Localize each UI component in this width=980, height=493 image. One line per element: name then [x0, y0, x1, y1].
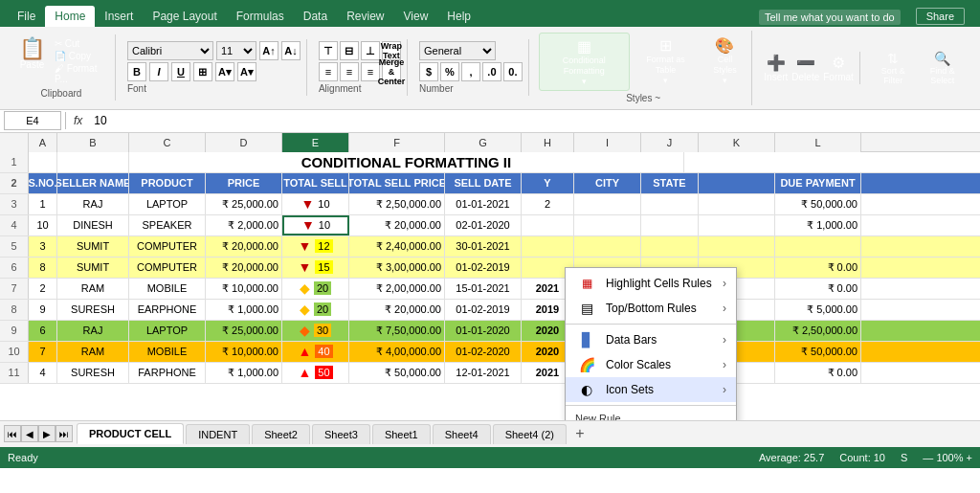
tab-help[interactable]: Help: [437, 6, 480, 27]
tab-view[interactable]: View: [394, 6, 438, 27]
col-header-h[interactable]: H: [522, 133, 574, 152]
tab-file[interactable]: File: [8, 6, 45, 27]
styles-group: ▦ Conditional Formatting ▾ ⊞ Format as T…: [535, 31, 752, 105]
conditional-formatting-button[interactable]: ▦ Conditional Formatting ▾: [539, 33, 630, 91]
zoom-controls[interactable]: — 100% +: [923, 452, 972, 463]
new-rule-item[interactable]: New Rule...: [566, 409, 736, 420]
sheet-tab-sheet4[interactable]: Sheet4: [433, 424, 491, 444]
add-sheet-button[interactable]: +: [568, 424, 591, 443]
merge-center-button[interactable]: Merge & Center: [382, 62, 401, 81]
separator2: [566, 405, 736, 406]
sheet-tab-sheet2[interactable]: Sheet2: [252, 424, 310, 444]
column-header-row: A B C D E F G H I J K L: [0, 133, 980, 152]
fx-label: fx: [70, 114, 86, 127]
font-size-select[interactable]: 11: [216, 41, 256, 60]
sheet-nav-buttons: ⏮ ◀ ▶ ⏭: [4, 425, 73, 442]
align-left-button[interactable]: ≡: [319, 62, 338, 81]
separator: [566, 324, 736, 325]
formula-input[interactable]: 10: [90, 111, 976, 130]
col-header-b[interactable]: B: [57, 133, 129, 152]
font-shrink-button[interactable]: A↓: [281, 41, 301, 60]
sheet-tab-indent[interactable]: INDENT: [186, 424, 250, 444]
underline-button[interactable]: U: [171, 62, 190, 81]
format-as-table-button[interactable]: ⊞ Format as Table ▾: [634, 33, 699, 91]
align-center-button[interactable]: ≡: [340, 62, 359, 81]
font-group: Calibri 11 A↑ A↓ B I U ⊞ A▾ A▾ Font: [122, 39, 307, 96]
editing-group: ⇅ Sort & Filter 🔍 Find & Select: [866, 49, 972, 87]
data-bars-item[interactable]: ▊ Data Bars ›: [566, 327, 736, 352]
sheet-tab-sheet4-2[interactable]: Sheet4 (2): [493, 424, 567, 444]
percent-button[interactable]: %: [440, 62, 459, 81]
col-header-c[interactable]: C: [129, 133, 206, 152]
data-bars-icon: ▊: [575, 332, 598, 347]
col-header-k[interactable]: K: [699, 133, 775, 152]
cut-button[interactable]: ✂ Cut: [55, 38, 107, 49]
currency-button[interactable]: $: [419, 62, 438, 81]
italic-button[interactable]: I: [149, 62, 168, 81]
col-header-l[interactable]: L: [775, 133, 861, 152]
font-grow-button[interactable]: A↑: [259, 41, 278, 60]
sort-filter-button[interactable]: ⇅ Sort & Filter: [872, 51, 915, 85]
col-header-e[interactable]: E: [282, 133, 349, 152]
sheet-tab-product-cell[interactable]: PRODUCT CELL: [77, 423, 184, 444]
search-box[interactable]: Tell me what you want to do: [759, 10, 901, 25]
highlight-cells-rules-item[interactable]: ▦ Highlight Cells Rules ›: [566, 271, 736, 296]
comma-button[interactable]: ,: [461, 62, 480, 81]
formula-bar: E4 fx 10: [0, 110, 980, 133]
table-row: 9 6 RAJ LAPTOP ₹ 25,000.00 ◆ 30 ₹ 7,50,0…: [0, 321, 980, 342]
styles-label: Styles ~: [626, 93, 660, 103]
col-header-f[interactable]: F: [349, 133, 445, 152]
icon-sets-item[interactable]: ◐ Icon Sets ›: [566, 377, 736, 402]
fill-color-button[interactable]: A▾: [215, 62, 234, 81]
sheet-nav-prev[interactable]: ◀: [21, 425, 38, 442]
insert-button[interactable]: ➕ Insert: [764, 54, 788, 82]
sheet-nav-next[interactable]: ▶: [38, 425, 56, 442]
font-color-button[interactable]: A▾: [237, 62, 256, 81]
arrow-icon: ▲: [298, 365, 311, 380]
bold-button[interactable]: B: [127, 62, 146, 81]
format-painter-button[interactable]: 🖌 Format P...: [55, 63, 107, 84]
sheet-tab-sheet1[interactable]: Sheet1: [372, 424, 431, 444]
ribbon: File Home Insert Page Layout Formulas Da…: [0, 0, 980, 110]
col-header-g[interactable]: G: [445, 133, 522, 152]
status-bar: Ready Average: 25.7 Count: 10 S — 100% +: [0, 447, 980, 468]
cell-styles-button[interactable]: 🎨 Cell Styles ▾: [702, 33, 748, 91]
col-header-j[interactable]: J: [641, 133, 699, 152]
format-table-icon: ⊞: [659, 36, 672, 55]
arrow-icon: ▼: [301, 217, 315, 233]
tab-home[interactable]: Home: [45, 6, 95, 27]
tab-data[interactable]: Data: [294, 6, 337, 27]
col-header-i[interactable]: I: [574, 133, 641, 152]
find-select-button[interactable]: 🔍 Find & Select: [919, 51, 967, 85]
decrease-decimal-button[interactable]: 0.: [503, 62, 523, 81]
arrow-icon: ◆: [300, 280, 310, 296]
table-row: 7 2 RAM MOBILE ₹ 10,000.00 ◆ 20 ₹ 2,00,0…: [0, 279, 980, 300]
increase-decimal-button[interactable]: .0: [482, 62, 501, 81]
col-header-d[interactable]: D: [206, 133, 282, 152]
tab-review[interactable]: Review: [337, 6, 393, 27]
delete-button[interactable]: ➖ Delete: [791, 54, 819, 82]
sheet-nav-first[interactable]: ⏮: [4, 425, 21, 442]
color-scales-item[interactable]: 🌈 Color Scales ›: [566, 352, 736, 377]
share-button[interactable]: Share: [916, 8, 965, 25]
table-row: 8 9 SURESH EARPHONE ₹ 1,000.00 ◆ 20 ₹ 20…: [0, 300, 980, 321]
copy-button[interactable]: 📄 Copy: [55, 51, 107, 61]
number-format-select[interactable]: General: [419, 41, 496, 60]
align-top-button[interactable]: ⊤: [319, 41, 338, 60]
sheet-nav-last[interactable]: ⏭: [56, 425, 73, 442]
tab-formulas[interactable]: Formulas: [227, 6, 294, 27]
conditional-formatting-dropdown: ▦ Highlight Cells Rules › ▤ Top/Bottom R…: [565, 267, 737, 420]
paste-button[interactable]: 📋 Paste: [13, 36, 51, 86]
sheet-tab-sheet3[interactable]: Sheet3: [312, 424, 370, 444]
tab-page-layout[interactable]: Page Layout: [143, 6, 226, 27]
format-button[interactable]: ⚙ Format: [823, 54, 854, 82]
top-bottom-rules-item[interactable]: ▤ Top/Bottom Rules ›: [566, 296, 736, 321]
conditional-formatting-icon: ▦: [577, 37, 591, 56]
align-middle-button[interactable]: ⊟: [340, 41, 359, 60]
name-box[interactable]: E4: [4, 111, 61, 130]
border-button[interactable]: ⊞: [193, 62, 212, 81]
top-bottom-icon: ▤: [575, 301, 598, 316]
font-name-select[interactable]: Calibri: [127, 41, 213, 60]
col-header-a[interactable]: A: [29, 133, 57, 152]
tab-insert[interactable]: Insert: [95, 6, 143, 27]
